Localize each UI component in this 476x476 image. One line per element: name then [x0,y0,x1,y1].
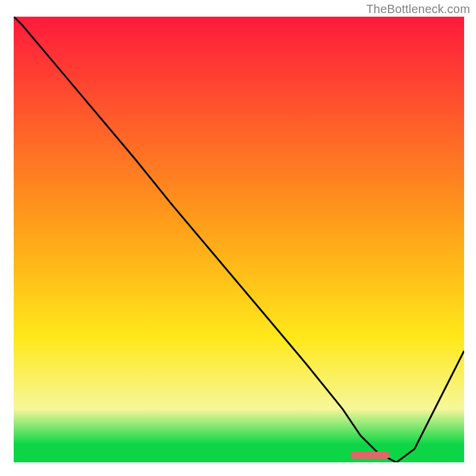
curve-layer [14,17,464,462]
bottleneck-curve [14,17,464,462]
chart-container: TheBottleneck.com [0,0,476,476]
optimal-range-marker [350,452,390,459]
watermark-text: TheBottleneck.com [366,2,470,16]
plot-area [14,17,464,462]
